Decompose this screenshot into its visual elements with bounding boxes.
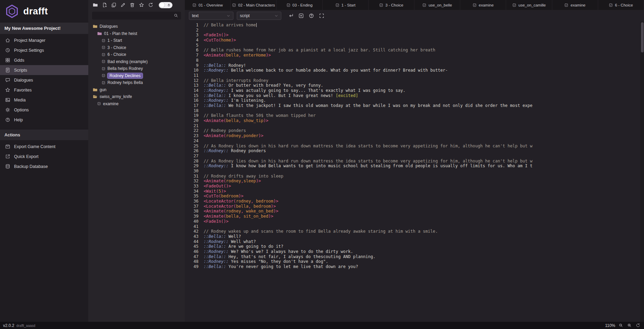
code-line-44[interactable]: 44::Rodney:: Well what? bbox=[185, 239, 644, 244]
code-line-27[interactable]: 27 bbox=[185, 154, 644, 159]
sidebar-item-options[interactable]: Options bbox=[0, 105, 88, 115]
search-input[interactable] bbox=[95, 13, 174, 18]
code-line-13[interactable]: 13::Bella:: Or butter with bread? Yes, v… bbox=[185, 83, 644, 88]
code-line-23[interactable]: 23<Animate(rodney,ponder)> bbox=[185, 133, 644, 138]
trash-button[interactable] bbox=[128, 1, 136, 9]
code-line-43[interactable]: 43::Bella:: Well? bbox=[185, 234, 644, 239]
code-line-30[interactable]: 30 bbox=[185, 169, 644, 174]
folder-button[interactable] bbox=[91, 1, 99, 9]
code-line-38[interactable]: 38<Animate(rodney, wake_on_bed)> bbox=[185, 209, 644, 214]
code-line-20[interactable]: 20<Animate(bella, show_tip)> bbox=[185, 118, 644, 123]
zoom-out-button[interactable] bbox=[618, 322, 624, 328]
tab-use-on-belle-6[interactable]: use_on_belle bbox=[414, 0, 460, 10]
code-line-10[interactable]: 10::Rodney:: Bella welcome back to our h… bbox=[185, 68, 644, 73]
code-line-11[interactable]: 11 bbox=[185, 73, 644, 78]
code-line-25[interactable]: 25// As Rodney lies down in his hard run… bbox=[185, 144, 644, 149]
sidebar-item-media[interactable]: Media bbox=[0, 95, 88, 105]
zoom-in-button[interactable] bbox=[627, 322, 632, 328]
code-line-17[interactable]: 17::Bella:: We hit the jackpot! I saw th… bbox=[185, 103, 644, 108]
code-line-14[interactable]: 14::Rodney:: I was actually going to say… bbox=[185, 88, 644, 93]
code-line-36[interactable]: 36<LocateActor(rodney, bedroom)> bbox=[185, 199, 644, 204]
sidebar-item-scripts[interactable]: Scripts bbox=[0, 65, 88, 75]
tab-3-choice-5[interactable]: 3 - Choice bbox=[369, 0, 414, 10]
tab-01-overview-1[interactable]: 01 - Overview bbox=[185, 0, 231, 10]
tab-02-main-characters-2[interactable]: 02 - Main Characters bbox=[231, 0, 276, 10]
action-item-backup-database[interactable]: Backup Database bbox=[0, 161, 88, 171]
tree-folder-gun[interactable]: gun bbox=[88, 86, 185, 94]
tree-file-bella-helps-rodney[interactable]: Bella helps Rodney bbox=[88, 65, 185, 72]
action-item-export-game-content[interactable]: Export Game Content bbox=[0, 142, 88, 151]
tree-folder-01-plan-the-heist[interactable]: 01 - Plan the heist bbox=[88, 30, 185, 37]
code-line-15[interactable]: 15::Bella:: I know you so well. But I ha… bbox=[185, 93, 644, 98]
code-editor[interactable]: 1// Bella arrives home23<FadeIn()>4<CutT… bbox=[185, 22, 644, 322]
tree-folder-swiss-army-knife[interactable]: swiss_army_knife bbox=[88, 93, 185, 100]
sidebar-item-dialogues[interactable]: Dialogues bbox=[0, 75, 88, 85]
edit-button[interactable] bbox=[119, 1, 127, 9]
code-line-5[interactable]: 5 bbox=[185, 43, 644, 48]
code-line-48[interactable]: 48::Rodney:: Yes misses "No, they don't … bbox=[185, 259, 644, 264]
type-select[interactable]: script bbox=[237, 12, 281, 20]
duplicate-button[interactable] bbox=[110, 1, 118, 9]
code-line-1[interactable]: 1// Bella arrives home bbox=[185, 23, 644, 28]
code-line-6[interactable]: 6// Bella rushes home from her job as a … bbox=[185, 48, 644, 53]
code-line-4[interactable]: 4<CutTo(home)> bbox=[185, 38, 644, 43]
code-line-3[interactable]: 3<FadeIn()> bbox=[185, 33, 644, 38]
sidebar-item-favorites[interactable]: Favorites bbox=[0, 85, 88, 95]
play-box-button[interactable] bbox=[297, 12, 305, 20]
code-line-32[interactable]: 32<Animate(rodney,sleep)> bbox=[185, 179, 644, 184]
expand-button[interactable] bbox=[318, 12, 325, 20]
code-line-21[interactable]: 21 bbox=[185, 123, 644, 129]
code-line-40[interactable]: 40<FadeIn()> bbox=[185, 219, 644, 224]
tree-file-examine[interactable]: examine bbox=[88, 100, 185, 108]
sidebar-item-gdds[interactable]: Gdds bbox=[0, 55, 88, 65]
tree-file-rodney-declines[interactable]: Rodney Declines bbox=[88, 72, 185, 80]
code-line-9[interactable]: 9::Bella:: Rodney! bbox=[185, 63, 644, 68]
code-line-31[interactable]: 31// Rodney drifts away into sleep bbox=[185, 174, 644, 179]
code-line-2[interactable]: 2 bbox=[185, 28, 644, 33]
code-line-18[interactable]: 18 bbox=[185, 108, 644, 113]
tab-examine-9[interactable]: examine bbox=[552, 0, 598, 10]
code-line-33[interactable]: 33<FadeOut()> bbox=[185, 184, 644, 189]
sidebar-item-help[interactable]: Help bbox=[0, 115, 88, 125]
code-line-26[interactable]: 26::Rodney:: Rodney ponders bbox=[185, 148, 644, 154]
star-button[interactable] bbox=[138, 1, 145, 9]
code-line-7[interactable]: 7<Animate(bella, enterHome)> bbox=[185, 53, 644, 58]
code-line-37[interactable]: 37<LocateActor(bella, bedroom)> bbox=[185, 204, 644, 209]
editor-scrollbar[interactable] bbox=[640, 22, 644, 322]
scrollbar-thumb[interactable] bbox=[641, 22, 644, 52]
code-line-12[interactable]: 12// Bella interrupts Rodney bbox=[185, 78, 644, 83]
code-line-24[interactable]: 24 bbox=[185, 138, 644, 144]
tab-03-ending-3[interactable]: 03 - Ending bbox=[276, 0, 322, 10]
tree-file-3-choice[interactable]: 3 - Choice bbox=[88, 44, 185, 51]
tab-examine-7[interactable]: examine bbox=[460, 0, 506, 10]
code-line-19[interactable]: 19// Bella flaunts the 50$ the woman tip… bbox=[185, 113, 644, 118]
code-line-8[interactable]: 8 bbox=[185, 58, 644, 63]
code-line-39[interactable]: 39<Animate(bella, sit_on_bed)> bbox=[185, 214, 644, 219]
tree-file-bad-ending-example[interactable]: Bad ending (example) bbox=[88, 58, 185, 65]
sidebar-item-project-settings[interactable]: Project Settings bbox=[0, 45, 88, 55]
add-file-button[interactable] bbox=[101, 1, 108, 9]
sidebar-item-project-manager[interactable]: Project Manager bbox=[0, 35, 88, 45]
project-name[interactable]: My New Awesome Project! bbox=[0, 23, 88, 34]
code-line-41[interactable]: 41 bbox=[185, 224, 644, 229]
code-line-42[interactable]: 42// Rodney wakes up and scans the room … bbox=[185, 229, 644, 234]
code-line-46[interactable]: 46::Rodney:: We? Who's we? I always have… bbox=[185, 249, 644, 254]
reset-zoom-button[interactable] bbox=[635, 322, 641, 328]
mode-select[interactable]: text bbox=[189, 12, 233, 20]
code-line-28[interactable]: 28// As Rodney lies down in his hard run… bbox=[185, 159, 644, 164]
code-line-22[interactable]: 22// Rodney ponders bbox=[185, 128, 644, 133]
code-line-29[interactable]: 29::Rodney:: I know how bad Bella wants … bbox=[185, 163, 644, 169]
code-line-35[interactable]: 35<CutTo(bedroom)> bbox=[185, 194, 644, 199]
code-line-16[interactable]: 16::Rodney:: I'm listening. bbox=[185, 98, 644, 103]
code-line-45[interactable]: 45::Bella:: Are we going to do it? bbox=[185, 244, 644, 249]
refresh-button[interactable] bbox=[147, 1, 155, 9]
help-circle-button[interactable] bbox=[307, 12, 315, 20]
tree-file-6-choice[interactable]: 6 - Choice bbox=[88, 51, 185, 58]
tree-file-1-start[interactable]: 1 - Start bbox=[88, 37, 185, 44]
action-item-quick-export[interactable]: Quick Export bbox=[0, 151, 88, 161]
code-line-49[interactable]: 49::Bella:: You're never going to let me… bbox=[185, 264, 644, 269]
return-button[interactable] bbox=[287, 12, 295, 20]
tree-file-rodney-helps-bella[interactable]: Rodney helps Bella bbox=[88, 79, 185, 86]
lock-toggle[interactable] bbox=[159, 2, 172, 8]
code-line-34[interactable]: 34<Wait(5)> bbox=[185, 189, 644, 194]
